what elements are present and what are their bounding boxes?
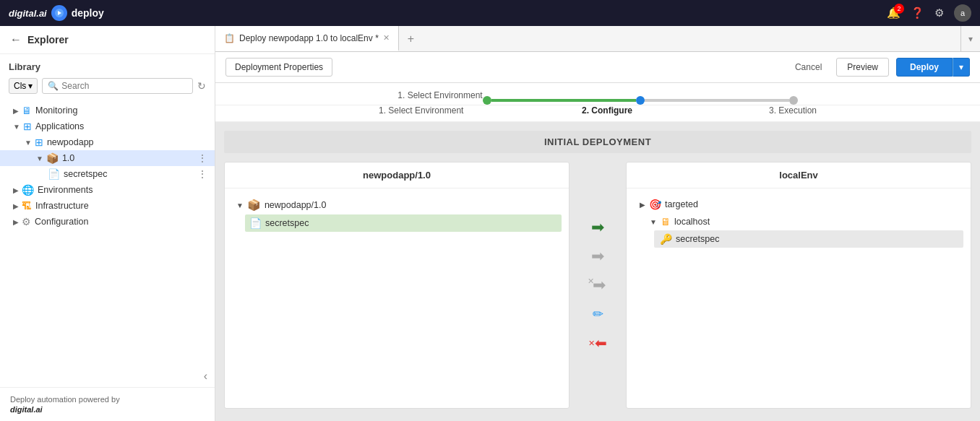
step-1-dot [483,96,491,105]
deploy-button[interactable]: Deploy [896,58,953,77]
content-area: 📋 Deploy newpodapp 1.0 to localEnv * ✕ +… [215,26,980,421]
preview-button[interactable]: Preview [836,58,889,77]
chevron-down-icon: ▼ [236,201,244,209]
item-actions-icon[interactable]: ⋮ [197,152,207,164]
app-root-label: newpodapp/1.0 [265,200,327,210]
chevron-down-icon: ▼ [650,218,657,226]
chevron-right-icon: ▶ [640,201,645,209]
step-1-label-bottom: 1. Select Environment [364,105,528,116]
sidebar-item-configuration[interactable]: ▶ ⚙ Configuration [0,214,215,230]
configuration-icon: ⚙ [22,216,31,227]
chevron-right-icon: ▶ [13,107,19,115]
sidebar-item-newpodapp[interactable]: ▼ ⊞ newpodapp [0,134,215,150]
notifications-icon[interactable]: 🔔 2 [887,6,901,19]
settings-icon[interactable]: ⚙ [934,6,944,19]
cls-dropdown[interactable]: Cls ▾ [9,78,38,94]
deploy-tab[interactable]: 📋 Deploy newpodapp 1.0 to localEnv * ✕ [215,26,399,51]
rollback-action-button[interactable]: ✕⬅ [586,333,609,353]
secretspec-label-1: secretspec [64,169,197,179]
app-root-icon: 📦 [247,199,261,212]
package-icon: 📦 [46,152,59,164]
right-col-content: ▶ 🎯 targeted ▼ 🖥 localhost 🔑 [627,188,971,408]
step-3-label-bottom: 3. Execution [687,105,831,116]
main-layout: ← Explorer Library Cls ▾ 🔍 ↻ ▶ 🖥 [0,26,980,421]
back-button[interactable]: ← [10,33,22,46]
left-col-header: newpodapp/1.0 [225,162,569,188]
right-col: localEnv ▶ 🎯 targeted ▼ 🖥 localhost [626,162,971,409]
step-connector-1 [491,99,636,102]
help-icon[interactable]: ❓ [911,6,924,19]
deploy-action-button[interactable]: ➡ [586,217,609,238]
left-col: newpodapp/1.0 ▼ 📦 newpodapp/1.0 📄 secret… [224,162,569,409]
section-header: INITIAL DEPLOYMENT [224,131,971,153]
chevron-down-icon: ▼ [13,123,20,131]
localhost-label: localhost [674,217,710,227]
search-bar: Cls ▾ 🔍 ↻ [9,78,206,94]
library-label: Library [9,61,206,72]
wizard-steps: 1. Select Environment [215,83,980,105]
brand-name: digital.ai [9,8,47,19]
right-col-header: localEnv [627,162,971,188]
step-2-dot [636,96,645,105]
deployment-properties-button[interactable]: Deployment Properties [225,58,332,77]
nav-actions: 🔔 2 ❓ ⚙ a [887,4,971,22]
add-tab-button[interactable]: + [399,26,423,51]
sidebar-header: ← Explorer [0,26,215,54]
tab-icon: 📋 [224,33,235,43]
tab-spacer [423,26,960,51]
newpodapp-label: newpodapp [47,137,207,147]
sidebar: ← Explorer Library Cls ▾ 🔍 ↻ ▶ 🖥 [0,26,215,421]
left-tree-root[interactable]: ▼ 📦 newpodapp/1.0 [232,196,562,214]
deploy-split-button[interactable]: ▾ [953,58,970,77]
environments-icon: 🌐 [22,184,34,196]
right-tree-secretspec[interactable]: 🔑 secretspec [654,230,963,248]
secretspec-label: secretspec [265,218,309,228]
sidebar-item-secretspec-1[interactable]: 📄 secretspec ⋮ [0,166,215,182]
tab-label: Deploy newpodapp 1.0 to localEnv * [239,33,379,43]
left-col-content: ▼ 📦 newpodapp/1.0 📄 secretspec [225,188,569,408]
tab-close-button[interactable]: ✕ [383,33,390,43]
monitoring-label: Monitoring [35,105,207,116]
item-actions-icon-2[interactable]: ⋮ [197,168,207,180]
applications-label: Applications [35,121,207,131]
footer-brand: digital.ai [10,405,205,414]
sidebar-item-applications[interactable]: ▼ ⊞ Applications [0,118,215,134]
applications-icon: ⊞ [23,121,32,132]
cancel-button[interactable]: Cancel [788,58,829,76]
sidebar-tree: ▶ 🖥 Monitoring ▼ ⊞ Applications ▼ ⊞ newp… [0,98,215,236]
sidebar-footer: Deploy automation powered by digital.ai [0,387,215,421]
deploy-button-wrap: Deploy ▾ [896,58,970,77]
sidebar-item-environments[interactable]: ▶ 🌐 Environments [0,182,215,198]
environments-label: Environments [38,185,207,195]
sidebar-item-monitoring[interactable]: ▶ 🖥 Monitoring [0,103,215,118]
tab-dropdown-button[interactable]: ▾ [960,26,980,51]
secret-icon: 🔑 [660,233,672,245]
edit-action-button[interactable]: ✏ [586,304,609,324]
avatar[interactable]: a [954,4,971,22]
step-1-label: 1. Select Environment [397,90,482,100]
left-tree-secretspec[interactable]: 📄 secretspec [245,214,562,232]
infrastructure-label: Infrastructure [35,201,207,211]
sidebar-item-infrastructure[interactable]: ▶ 🏗 Infrastructure [0,198,215,214]
brand-logo: digital.ai deploy [9,5,104,21]
target-icon: 🎯 [649,199,661,210]
step-connector-2 [645,99,789,102]
deploy-columns: newpodapp/1.0 ▼ 📦 newpodapp/1.0 📄 secret… [224,162,971,409]
skip-action-button[interactable]: ➡ [586,246,609,266]
top-nav: digital.ai deploy 🔔 2 ❓ ⚙ a [0,0,980,26]
env-secretspec-label: secretspec [676,234,719,244]
server-icon: 🖥 [661,216,671,227]
file-icon: 📄 [249,217,262,229]
toolbar: Deployment Properties Cancel Preview Dep… [215,52,980,83]
step-3-dot [789,96,798,105]
brand-area: digital.ai deploy [9,5,104,21]
sidebar-collapse-button[interactable]: ‹ [204,370,207,383]
footer-tagline: Deploy automation powered by [10,395,205,404]
search-input[interactable] [61,81,187,91]
chevron-right-icon: ▶ [13,186,19,194]
sidebar-item-1-0[interactable]: ▼ 📦 1.0 ⋮ [0,150,215,166]
right-tree-localhost[interactable]: ▼ 🖥 localhost [644,213,963,230]
refresh-button[interactable]: ↻ [197,80,206,92]
right-tree-root[interactable]: ▶ 🎯 targeted [634,196,963,213]
cancel-action-button[interactable]: ✕ ➡ [586,275,609,295]
